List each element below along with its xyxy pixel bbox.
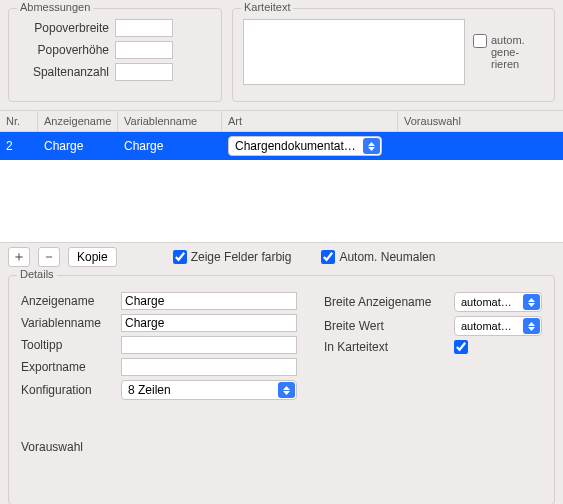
th-anzeigename[interactable]: Anzeigename bbox=[38, 111, 118, 131]
spaltenanzahl-label: Spaltenanzahl bbox=[19, 65, 115, 79]
karteitext-legend: Karteitext bbox=[241, 1, 293, 13]
breite-wert-select[interactable]: automat… bbox=[454, 316, 542, 336]
add-button[interactable]: ＋ bbox=[8, 247, 30, 267]
tooltipp-input[interactable] bbox=[121, 336, 297, 354]
details-group: Details Anzeigename Variablenname Toolti… bbox=[8, 275, 555, 504]
fields-table: Nr. Anzeigename Variablenname Art Voraus… bbox=[0, 110, 563, 243]
breite-anzeigename-label: Breite Anzeigename bbox=[324, 295, 448, 309]
anzeigename-input[interactable] bbox=[121, 292, 297, 310]
remove-button[interactable]: － bbox=[38, 247, 60, 267]
autom-generieren-checkbox[interactable] bbox=[473, 34, 487, 48]
abmessungen-legend: Abmessungen bbox=[17, 1, 93, 13]
autom-neumalen-label: Autom. Neumalen bbox=[339, 250, 435, 264]
vorauswahl-label: Vorauswahl bbox=[21, 440, 300, 454]
popoverhoehe-label: Popoverhöhe bbox=[19, 43, 115, 57]
variablenname-label: Variablenname bbox=[21, 316, 121, 330]
zeige-felder-farbig-label: Zeige Felder farbig bbox=[191, 250, 292, 264]
autom-generieren-label: autom. gene-rieren bbox=[491, 34, 537, 70]
breite-wert-value: automat… bbox=[461, 320, 512, 332]
zeige-felder-farbig-checkbox[interactable] bbox=[173, 250, 187, 264]
table-row[interactable]: 2 Charge Charge Chargendokumentat… bbox=[0, 132, 563, 160]
anzeigename-label: Anzeigename bbox=[21, 294, 121, 308]
spaltenanzahl-input[interactable] bbox=[115, 63, 173, 81]
th-variablenname[interactable]: Variablenname bbox=[118, 111, 222, 131]
th-art[interactable]: Art bbox=[222, 111, 398, 131]
popoverbreite-label: Popoverbreite bbox=[19, 21, 115, 35]
abmessungen-group: Abmessungen Popoverbreite Popoverhöhe Sp… bbox=[8, 8, 222, 102]
cell-variablenname: Charge bbox=[118, 139, 222, 153]
konfiguration-value: 8 Zeilen bbox=[128, 383, 171, 397]
in-karteitext-label: In Karteitext bbox=[324, 340, 448, 354]
autom-neumalen-checkbox[interactable] bbox=[321, 250, 335, 264]
art-select[interactable]: Chargendokumentat… bbox=[228, 136, 382, 156]
popoverbreite-input[interactable] bbox=[115, 19, 173, 37]
exportname-input[interactable] bbox=[121, 358, 297, 376]
chevron-updown-icon bbox=[278, 382, 295, 398]
th-nr[interactable]: Nr. bbox=[0, 111, 38, 131]
breite-anzeigename-select[interactable]: automat… bbox=[454, 292, 542, 312]
popoverhoehe-input[interactable] bbox=[115, 41, 173, 59]
details-legend: Details bbox=[17, 268, 57, 280]
th-vorauswahl[interactable]: Vorauswahl bbox=[398, 111, 563, 131]
karteitext-textarea[interactable] bbox=[243, 19, 465, 85]
variablenname-input[interactable] bbox=[121, 314, 297, 332]
in-karteitext-checkbox[interactable] bbox=[454, 340, 468, 354]
cell-nr: 2 bbox=[0, 139, 38, 153]
art-select-value: Chargendokumentat… bbox=[235, 139, 356, 153]
cell-art: Chargendokumentat… bbox=[222, 136, 398, 156]
copy-button[interactable]: Kopie bbox=[68, 247, 117, 267]
exportname-label: Exportname bbox=[21, 360, 121, 374]
cell-anzeigename: Charge bbox=[38, 139, 118, 153]
karteitext-group: Karteitext autom. gene-rieren bbox=[232, 8, 555, 102]
chevron-updown-icon bbox=[363, 138, 380, 154]
konfiguration-label: Konfiguration bbox=[21, 383, 121, 397]
chevron-updown-icon bbox=[523, 318, 540, 334]
chevron-updown-icon bbox=[523, 294, 540, 310]
breite-anzeigename-value: automat… bbox=[461, 296, 512, 308]
tooltipp-label: Tooltipp bbox=[21, 338, 121, 352]
konfiguration-select[interactable]: 8 Zeilen bbox=[121, 380, 297, 400]
table-header: Nr. Anzeigename Variablenname Art Voraus… bbox=[0, 111, 563, 132]
breite-wert-label: Breite Wert bbox=[324, 319, 448, 333]
